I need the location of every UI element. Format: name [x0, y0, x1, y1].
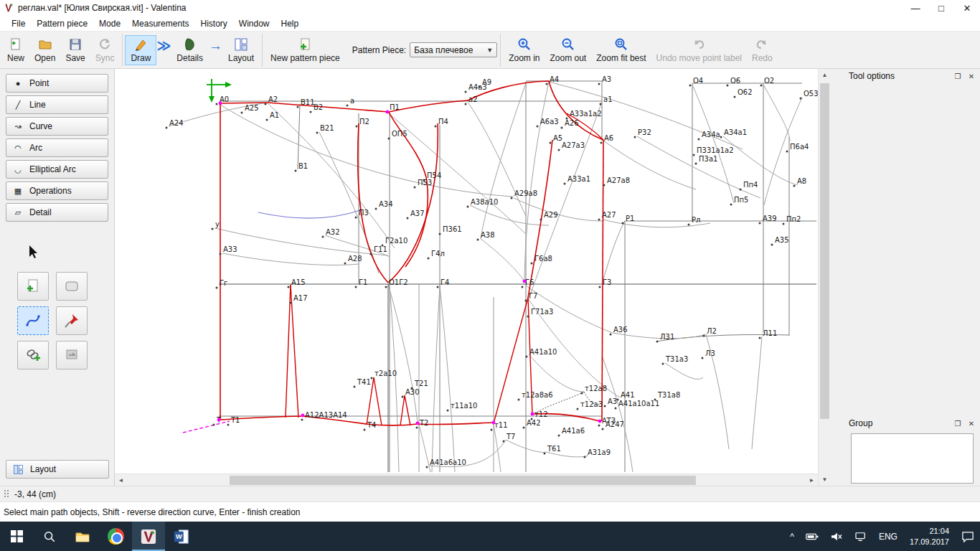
clock[interactable]: 21:04 17.09.2017	[903, 526, 956, 547]
menu-item-mode[interactable]: Mode	[93, 17, 126, 30]
word-button[interactable]: W	[165, 522, 198, 551]
point-label: А6а3	[540, 118, 559, 126]
group-list-box[interactable]	[851, 433, 974, 484]
valentina-taskbar-button[interactable]	[132, 522, 165, 551]
union-tool-button[interactable]	[17, 341, 49, 369]
network-icon[interactable]	[849, 522, 873, 551]
scroll-up-arrow[interactable]: ▲	[819, 69, 831, 81]
toolbox-category-operations[interactable]: ▦Operations	[6, 182, 108, 200]
menu-item-measurements[interactable]: Measurements	[126, 17, 194, 30]
zoom-in-icon	[517, 37, 532, 52]
maximize-button[interactable]: □	[928, 0, 954, 16]
pattern-point	[356, 126, 358, 128]
zoom-out-button[interactable]: Zoom out	[545, 36, 592, 65]
save-button[interactable]: Save	[60, 36, 90, 65]
search-icon	[43, 530, 56, 543]
menu-item-window[interactable]: Window	[233, 17, 275, 30]
menu-item-history[interactable]: History	[194, 17, 232, 30]
pattern-point	[227, 424, 230, 426]
language-indicator[interactable]: ENG	[873, 522, 903, 551]
undo-button[interactable]: Undo move point label	[651, 36, 747, 65]
zoom-fit-best-button[interactable]: Zoom fit best	[591, 36, 651, 65]
layout-panel-button[interactable]: Layout	[6, 460, 109, 479]
horizontal-scroll-thumb[interactable]	[230, 476, 696, 485]
toolbox-category-point[interactable]: ●Point	[6, 74, 108, 93]
pattern-path	[389, 100, 468, 112]
pattern-path	[481, 83, 526, 238]
pattern-path	[480, 238, 524, 281]
vertical-scrollbar[interactable]: ▲ ▼	[818, 69, 830, 486]
point-label: А32	[326, 228, 340, 236]
toolbox-category-detail[interactable]: ▱Detail	[6, 203, 108, 222]
point-label: A25	[245, 104, 259, 112]
redo-button[interactable]: Redo	[747, 36, 778, 65]
arrow-tool-button[interactable]	[17, 237, 49, 266]
point-label: Т2	[419, 419, 428, 427]
vertical-scroll-thumb[interactable]	[820, 83, 829, 419]
toolbox-category-elliptical-arc[interactable]: ◡Elliptical Arc	[6, 160, 108, 179]
menu-item-help[interactable]: Help	[275, 17, 305, 30]
add-point-tool-button[interactable]	[17, 272, 49, 301]
battery-icon[interactable]	[800, 522, 824, 551]
minimize-button[interactable]: —	[903, 0, 928, 16]
zoom-fit-label: Zoom fit best	[596, 53, 646, 63]
search-button[interactable]	[33, 522, 66, 551]
sync-button[interactable]: Sync	[90, 36, 120, 65]
point-label: О2	[764, 77, 774, 85]
pattern-point	[566, 118, 568, 120]
toolbar-separator	[122, 34, 123, 67]
menu-item-file[interactable]: File	[6, 17, 31, 30]
start-button[interactable]	[0, 522, 33, 551]
zoom-in-button[interactable]: Zoom in	[504, 36, 545, 65]
new-pattern-piece-button[interactable]: New pattern piece	[265, 36, 345, 65]
file-explorer-button[interactable]	[66, 522, 99, 551]
details-mode-button[interactable]: Details	[171, 36, 208, 65]
pattern-drawing[interactable]: A0A24A25A2A1B11B2B21B1aП1П2П4ОП5a2А4а3А9…	[115, 69, 818, 474]
pattern-point	[290, 302, 292, 304]
curved-path-tool-button[interactable]	[17, 306, 49, 335]
draw-mode-button[interactable]: Draw	[126, 36, 156, 65]
pin-tool-button[interactable]	[56, 306, 88, 335]
toolbox-category-line[interactable]: ╱Line	[6, 95, 108, 114]
scroll-down-arrow[interactable]: ▼	[819, 474, 831, 486]
toolbox-category-curve[interactable]: ↝Curve	[6, 117, 108, 136]
toolbox-category-label: Elliptical Arc	[29, 164, 76, 174]
hidden-icons-chevron[interactable]: ^	[784, 522, 800, 551]
point-label: a2	[468, 95, 478, 103]
pattern-point	[522, 286, 524, 288]
pattern-path	[432, 286, 440, 472]
pattern-point	[503, 441, 505, 443]
pattern-path	[637, 136, 760, 198]
save-label: Save	[65, 53, 85, 63]
volume-muted-icon[interactable]	[824, 522, 849, 551]
select-region-tool-button[interactable]	[56, 272, 88, 301]
open-button[interactable]: Open	[29, 36, 60, 65]
toolbox-category-arc[interactable]: ◠Arc	[6, 138, 108, 157]
chrome-button[interactable]	[99, 522, 132, 551]
action-center-icon[interactable]	[956, 522, 980, 551]
layout-mode-button[interactable]: Layout	[223, 36, 259, 65]
new-button[interactable]: New	[2, 36, 29, 65]
float-dock-icon[interactable]: ❐	[953, 71, 963, 81]
right-dock-panel: Tool options ❐ ✕ Group ❐ ✕	[845, 69, 980, 486]
close-dock-icon[interactable]: ✕	[966, 71, 976, 81]
tool-grid	[17, 237, 105, 369]
tool-options-buttons: ❐ ✕	[953, 71, 976, 81]
scroll-left-arrow[interactable]: ◄	[115, 474, 127, 486]
pattern-point	[698, 138, 700, 141]
point-label: т12а8а6	[522, 391, 553, 399]
point-label: B2	[314, 103, 323, 111]
cursor-coordinates: -3, 44 (cm)	[14, 489, 56, 499]
toolbox-category-label: Arc	[29, 143, 42, 153]
scroll-right-arrow[interactable]: ►	[806, 474, 818, 486]
pattern-piece-select[interactable]: База плечевое ▼	[410, 42, 497, 57]
close-dock-icon[interactable]: ✕	[966, 418, 976, 428]
horizontal-scrollbar[interactable]: ◄ ►	[115, 474, 818, 486]
close-button[interactable]: ✕	[954, 0, 980, 16]
menu-item-pattern-piece[interactable]: Pattern piece	[31, 17, 93, 30]
export-tool-button[interactable]	[56, 341, 88, 369]
pattern-point	[266, 119, 268, 121]
pattern-point	[760, 85, 763, 87]
drawing-canvas[interactable]: A0A24A25A2A1B11B2B21B1aП1П2П4ОП5a2А4а3А9…	[115, 69, 818, 474]
float-dock-icon[interactable]: ❐	[953, 418, 963, 428]
